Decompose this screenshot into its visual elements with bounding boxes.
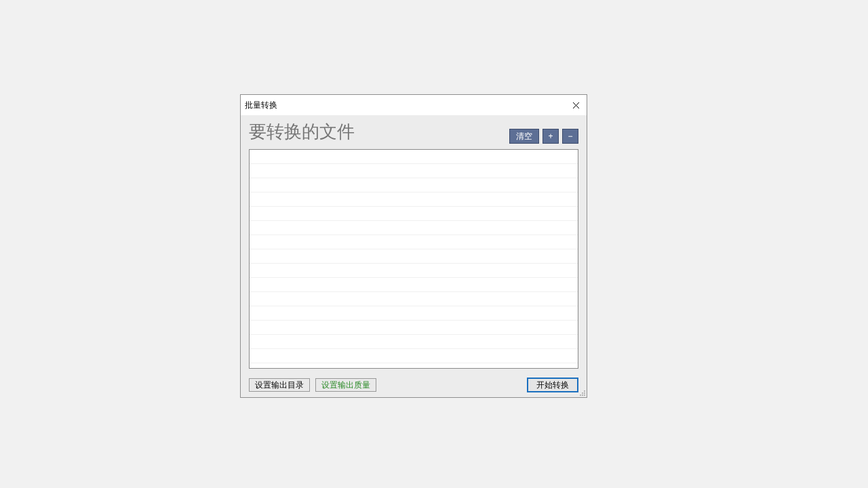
list-item[interactable]	[250, 249, 578, 264]
header-buttons: 清空 + −	[509, 129, 578, 144]
list-item[interactable]	[250, 178, 578, 192]
batch-convert-dialog: 批量转换 要转换的文件 清空 + −	[240, 94, 587, 398]
list-item[interactable]	[250, 321, 578, 335]
list-item[interactable]	[250, 264, 578, 278]
list-item[interactable]	[250, 349, 578, 363]
add-button[interactable]: +	[542, 129, 559, 144]
clear-button[interactable]: 清空	[509, 129, 539, 144]
file-list[interactable]	[249, 149, 578, 369]
set-output-dir-button[interactable]: 设置输出目录	[249, 378, 310, 392]
list-item[interactable]	[250, 235, 578, 249]
list-item[interactable]	[250, 292, 578, 306]
footer-row: 设置输出目录 设置输出质量 开始转换	[249, 369, 578, 397]
file-list-inner	[250, 150, 578, 368]
list-item[interactable]	[250, 150, 578, 164]
close-button[interactable]	[565, 95, 587, 115]
list-item[interactable]	[250, 164, 578, 178]
list-item[interactable]	[250, 207, 578, 221]
list-item[interactable]	[250, 221, 578, 235]
close-icon	[572, 102, 580, 109]
header-row: 要转换的文件 清空 + −	[249, 115, 578, 148]
list-item[interactable]	[250, 306, 578, 321]
heading: 要转换的文件	[249, 123, 355, 140]
set-output-quality-button[interactable]: 设置输出质量	[315, 378, 376, 392]
footer-left: 设置输出目录 设置输出质量	[249, 378, 376, 392]
start-convert-button[interactable]: 开始转换	[527, 378, 578, 392]
list-item[interactable]	[250, 192, 578, 207]
dialog-body: 要转换的文件 清空 + −	[241, 115, 587, 397]
list-item[interactable]	[250, 278, 578, 292]
remove-button[interactable]: −	[562, 129, 578, 144]
dialog-title: 批量转换	[245, 100, 277, 111]
list-item[interactable]	[250, 335, 578, 349]
titlebar: 批量转换	[241, 95, 587, 115]
